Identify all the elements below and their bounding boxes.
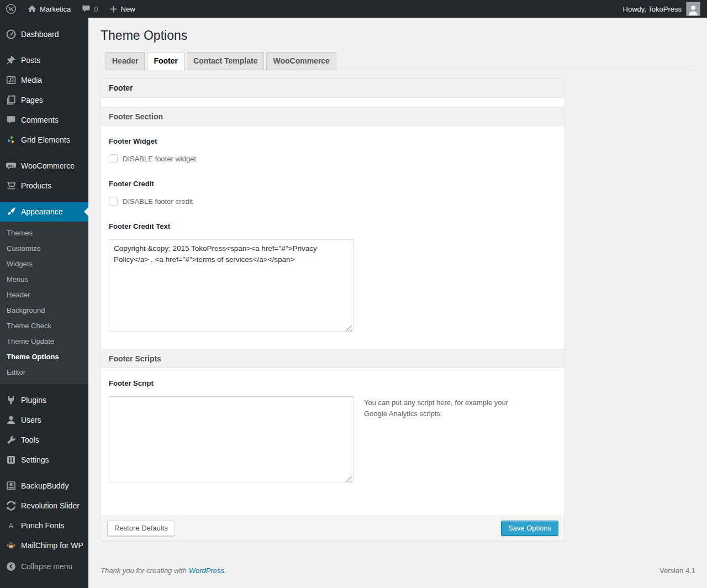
sidebar-item-products[interactable]: Products bbox=[0, 176, 88, 196]
submenu-item-theme-check[interactable]: Theme Check bbox=[0, 318, 88, 334]
sidebar-item-revolution-slider[interactable]: Revolution Slider bbox=[0, 496, 88, 516]
sidebar-item-label: Media bbox=[21, 76, 42, 85]
grid-elements-icon bbox=[6, 134, 17, 145]
current-menu-arrow bbox=[84, 207, 88, 216]
version-label: Version 4.1 bbox=[659, 566, 695, 575]
sidebar-item-appearance[interactable]: Appearance bbox=[0, 202, 88, 222]
site-name-menu[interactable]: Marketica bbox=[22, 0, 76, 18]
sidebar-item-mailchimp-for-wp[interactable]: MailChimp for WP bbox=[0, 536, 88, 555]
sidebar-item-label: Dashboard bbox=[21, 30, 59, 39]
submenu-item-editor[interactable]: Editor bbox=[0, 365, 88, 380]
disable-footer-credit-label[interactable]: DISABLE footer credit bbox=[123, 197, 193, 206]
howdy-label[interactable]: Howdy, TokoPress bbox=[623, 5, 682, 13]
footer-widget-label: Footer Widget bbox=[109, 137, 557, 145]
sidebar-item-label: MailChimp for WP bbox=[21, 541, 83, 550]
brush-icon bbox=[6, 206, 17, 217]
section-header-footer-scripts: Footer Scripts bbox=[101, 349, 564, 368]
sidebar-item-label: Products bbox=[21, 181, 51, 190]
sidebar-item-media[interactable]: Media bbox=[0, 70, 88, 90]
disable-footer-widget-label[interactable]: DISABLE footer widget bbox=[123, 155, 196, 163]
sidebar-item-label: Collapse menu bbox=[21, 562, 72, 571]
footer-credit-row: DISABLE footer credit bbox=[109, 197, 557, 206]
sidebar-item-collapse-menu[interactable]: Collapse menu bbox=[0, 556, 88, 576]
footer-credit-textarea-wrap: Copyright &copy; 2015 TokoPress<span><a … bbox=[109, 239, 354, 334]
panel-gap bbox=[101, 98, 564, 107]
submenu-item-theme-update[interactable]: Theme Update bbox=[0, 334, 88, 349]
disable-footer-credit-checkbox[interactable] bbox=[109, 197, 118, 206]
submenu-item-theme-options[interactable]: Theme Options bbox=[0, 349, 88, 365]
comments-icon bbox=[6, 114, 17, 125]
dashboard-icon bbox=[6, 29, 17, 40]
footer-section-body: Footer Widget DISABLE footer widget Foot… bbox=[101, 126, 564, 349]
sidebar-item-dashboard[interactable]: Dashboard bbox=[0, 24, 88, 44]
admin-bar: W Marketica 0 New Howdy, TokoPress bbox=[0, 0, 707, 18]
footer-script-row: You can put any script here, for example… bbox=[109, 396, 557, 485]
sidebar-item-settings[interactable]: Settings bbox=[0, 450, 88, 470]
sidebar-item-tools[interactable]: Tools bbox=[0, 430, 88, 450]
new-label: New bbox=[121, 5, 135, 13]
sidebar-separator bbox=[0, 150, 88, 156]
submenu-item-customize[interactable]: Customize bbox=[0, 241, 88, 256]
sidebar-item-label: Appearance bbox=[21, 207, 63, 216]
sidebar-item-punch-fonts[interactable]: APunch Fonts bbox=[0, 516, 88, 536]
footer-credit-text-label: Footer Credit Text bbox=[109, 222, 557, 230]
sidebar-item-backupbuddy[interactable]: BackupBuddy bbox=[0, 476, 88, 496]
submenu-item-widgets[interactable]: Widgets bbox=[0, 256, 88, 272]
sidebar-item-label: Users bbox=[21, 416, 41, 424]
sidebar-item-label: Comments bbox=[21, 116, 59, 124]
svg-text:A: A bbox=[8, 522, 13, 530]
pages-icon bbox=[6, 95, 17, 106]
admin-bar-right: Howdy, TokoPress bbox=[623, 0, 707, 18]
sidebar-item-users[interactable]: Users bbox=[0, 410, 88, 430]
wordpress-logo-menu[interactable]: W bbox=[0, 0, 22, 18]
tab-woocommerce[interactable]: WooCommerce bbox=[266, 52, 336, 70]
sidebar-item-plugins[interactable]: Plugins bbox=[0, 390, 88, 410]
footer-credit-textarea[interactable]: Copyright &copy; 2015 TokoPress<span><a … bbox=[109, 239, 354, 332]
wrench-icon bbox=[6, 434, 17, 445]
footer-script-textarea[interactable] bbox=[109, 396, 354, 482]
restore-defaults-button[interactable]: Restore Defaults bbox=[107, 521, 175, 536]
user-icon bbox=[6, 414, 17, 426]
new-menu[interactable]: New bbox=[104, 0, 141, 18]
page-title: Theme Options bbox=[101, 23, 695, 49]
footer-widget-row: DISABLE footer widget bbox=[109, 154, 557, 163]
appearance-submenu: ThemesCustomizeWidgetsMenusHeaderBackgro… bbox=[0, 222, 88, 384]
submenu-item-themes[interactable]: Themes bbox=[0, 225, 88, 241]
sidebar-item-label: Plugins bbox=[21, 396, 46, 405]
submenu-item-menus[interactable]: Menus bbox=[0, 272, 88, 287]
sidebar-item-pages[interactable]: Pages bbox=[0, 90, 88, 110]
letter-a-icon: A bbox=[6, 520, 17, 531]
sidebar-item-woocommerce[interactable]: WooWooCommerce bbox=[0, 156, 88, 176]
submenu-item-header[interactable]: Header bbox=[0, 287, 88, 303]
footer-script-textarea-wrap bbox=[109, 396, 354, 485]
submenu-item-background[interactable]: Background bbox=[0, 303, 88, 318]
sidebar-separator bbox=[0, 196, 88, 202]
tab-bar: HeaderFooterContact TemplateWooCommerce bbox=[101, 50, 695, 70]
wordpress-link[interactable]: WordPress. bbox=[189, 566, 226, 575]
theme-options-panel: Footer Footer Section Footer Widget DISA… bbox=[101, 78, 565, 541]
tab-contact-template[interactable]: Contact Template bbox=[187, 52, 264, 70]
avatar[interactable] bbox=[686, 2, 700, 16]
site-name-label: Marketica bbox=[40, 5, 71, 13]
wordpress-logo-icon: W bbox=[6, 3, 17, 14]
sidebar-item-label: Grid Elements bbox=[21, 135, 70, 144]
sidebar-item-label: Settings bbox=[21, 455, 49, 464]
tab-header[interactable]: Header bbox=[105, 52, 145, 70]
media-icon bbox=[6, 75, 17, 86]
page-footer: Thank you for creating with WordPress. V… bbox=[101, 566, 695, 586]
main-content: Theme Options HeaderFooterContact Templa… bbox=[88, 18, 707, 588]
sidebar-item-posts[interactable]: Posts bbox=[0, 50, 88, 70]
comments-menu[interactable]: 0 bbox=[76, 0, 103, 18]
comment-bubble-icon bbox=[82, 4, 91, 13]
sidebar-item-grid-elements[interactable]: Grid Elements bbox=[0, 130, 88, 150]
sidebar-item-label: BackupBuddy bbox=[21, 481, 68, 490]
panel-footer: Restore Defaults Save Options bbox=[101, 516, 564, 540]
comment-count: 0 bbox=[94, 5, 98, 13]
tab-footer[interactable]: Footer bbox=[147, 52, 184, 70]
sidebar-separator bbox=[0, 44, 88, 50]
admin-bar-left: W Marketica 0 New bbox=[0, 0, 141, 18]
save-options-button[interactable]: Save Options bbox=[501, 521, 558, 536]
disable-footer-widget-checkbox[interactable] bbox=[109, 154, 118, 163]
sidebar-item-comments[interactable]: Comments bbox=[0, 110, 88, 130]
thanks-text: Thank you for creating with WordPress. bbox=[101, 566, 226, 575]
